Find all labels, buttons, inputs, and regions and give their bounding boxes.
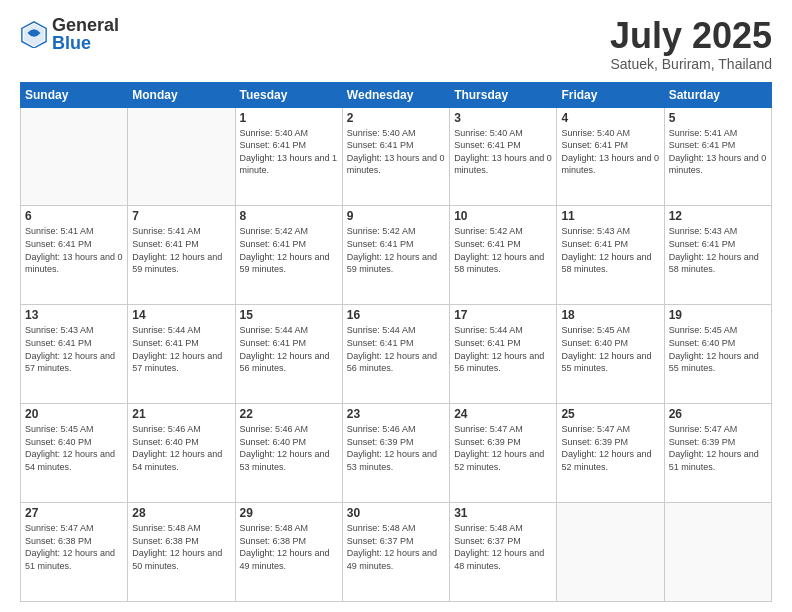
day-number: 8: [240, 209, 338, 223]
day-info: Sunrise: 5:41 AM Sunset: 6:41 PM Dayligh…: [25, 225, 123, 275]
day-info: Sunrise: 5:41 AM Sunset: 6:41 PM Dayligh…: [132, 225, 230, 275]
title-block: July 2025 Satuek, Buriram, Thailand: [610, 16, 772, 72]
day-info: Sunrise: 5:45 AM Sunset: 6:40 PM Dayligh…: [561, 324, 659, 374]
day-info: Sunrise: 5:42 AM Sunset: 6:41 PM Dayligh…: [347, 225, 445, 275]
day-info: Sunrise: 5:48 AM Sunset: 6:37 PM Dayligh…: [347, 522, 445, 572]
day-info: Sunrise: 5:45 AM Sunset: 6:40 PM Dayligh…: [25, 423, 123, 473]
calendar-cell: [557, 503, 664, 602]
day-number: 11: [561, 209, 659, 223]
day-number: 3: [454, 111, 552, 125]
calendar-cell: 12Sunrise: 5:43 AM Sunset: 6:41 PM Dayli…: [664, 206, 771, 305]
day-info: Sunrise: 5:46 AM Sunset: 6:39 PM Dayligh…: [347, 423, 445, 473]
day-number: 24: [454, 407, 552, 421]
day-info: Sunrise: 5:42 AM Sunset: 6:41 PM Dayligh…: [454, 225, 552, 275]
logo-general-text: General: [52, 16, 119, 34]
calendar-cell: 23Sunrise: 5:46 AM Sunset: 6:39 PM Dayli…: [342, 404, 449, 503]
day-info: Sunrise: 5:48 AM Sunset: 6:38 PM Dayligh…: [240, 522, 338, 572]
calendar-table: SundayMondayTuesdayWednesdayThursdayFrid…: [20, 82, 772, 602]
day-info: Sunrise: 5:47 AM Sunset: 6:39 PM Dayligh…: [669, 423, 767, 473]
calendar-cell: 18Sunrise: 5:45 AM Sunset: 6:40 PM Dayli…: [557, 305, 664, 404]
day-info: Sunrise: 5:47 AM Sunset: 6:38 PM Dayligh…: [25, 522, 123, 572]
calendar-cell: 29Sunrise: 5:48 AM Sunset: 6:38 PM Dayli…: [235, 503, 342, 602]
day-info: Sunrise: 5:47 AM Sunset: 6:39 PM Dayligh…: [454, 423, 552, 473]
calendar-header-row: SundayMondayTuesdayWednesdayThursdayFrid…: [21, 82, 772, 107]
day-info: Sunrise: 5:48 AM Sunset: 6:37 PM Dayligh…: [454, 522, 552, 572]
day-number: 31: [454, 506, 552, 520]
day-number: 9: [347, 209, 445, 223]
day-info: Sunrise: 5:40 AM Sunset: 6:41 PM Dayligh…: [347, 127, 445, 177]
day-number: 2: [347, 111, 445, 125]
calendar-cell: 5Sunrise: 5:41 AM Sunset: 6:41 PM Daylig…: [664, 107, 771, 206]
calendar-cell: 3Sunrise: 5:40 AM Sunset: 6:41 PM Daylig…: [450, 107, 557, 206]
day-info: Sunrise: 5:41 AM Sunset: 6:41 PM Dayligh…: [669, 127, 767, 177]
day-info: Sunrise: 5:44 AM Sunset: 6:41 PM Dayligh…: [454, 324, 552, 374]
calendar-cell: 31Sunrise: 5:48 AM Sunset: 6:37 PM Dayli…: [450, 503, 557, 602]
day-number: 30: [347, 506, 445, 520]
calendar-cell: [21, 107, 128, 206]
day-number: 15: [240, 308, 338, 322]
calendar-cell: 28Sunrise: 5:48 AM Sunset: 6:38 PM Dayli…: [128, 503, 235, 602]
day-info: Sunrise: 5:44 AM Sunset: 6:41 PM Dayligh…: [132, 324, 230, 374]
day-info: Sunrise: 5:47 AM Sunset: 6:39 PM Dayligh…: [561, 423, 659, 473]
calendar-cell: 26Sunrise: 5:47 AM Sunset: 6:39 PM Dayli…: [664, 404, 771, 503]
calendar-cell: 10Sunrise: 5:42 AM Sunset: 6:41 PM Dayli…: [450, 206, 557, 305]
calendar-week-row: 6Sunrise: 5:41 AM Sunset: 6:41 PM Daylig…: [21, 206, 772, 305]
calendar-cell: 27Sunrise: 5:47 AM Sunset: 6:38 PM Dayli…: [21, 503, 128, 602]
calendar-cell: 24Sunrise: 5:47 AM Sunset: 6:39 PM Dayli…: [450, 404, 557, 503]
day-info: Sunrise: 5:40 AM Sunset: 6:41 PM Dayligh…: [454, 127, 552, 177]
day-info: Sunrise: 5:42 AM Sunset: 6:41 PM Dayligh…: [240, 225, 338, 275]
calendar-cell: 15Sunrise: 5:44 AM Sunset: 6:41 PM Dayli…: [235, 305, 342, 404]
calendar-header-saturday: Saturday: [664, 82, 771, 107]
calendar-cell: 8Sunrise: 5:42 AM Sunset: 6:41 PM Daylig…: [235, 206, 342, 305]
day-number: 7: [132, 209, 230, 223]
day-number: 6: [25, 209, 123, 223]
month-title: July 2025: [610, 16, 772, 56]
calendar-cell: 20Sunrise: 5:45 AM Sunset: 6:40 PM Dayli…: [21, 404, 128, 503]
day-number: 1: [240, 111, 338, 125]
calendar-cell: [664, 503, 771, 602]
day-info: Sunrise: 5:44 AM Sunset: 6:41 PM Dayligh…: [347, 324, 445, 374]
day-info: Sunrise: 5:46 AM Sunset: 6:40 PM Dayligh…: [132, 423, 230, 473]
day-info: Sunrise: 5:40 AM Sunset: 6:41 PM Dayligh…: [561, 127, 659, 177]
day-number: 12: [669, 209, 767, 223]
day-number: 26: [669, 407, 767, 421]
day-number: 27: [25, 506, 123, 520]
day-number: 28: [132, 506, 230, 520]
day-info: Sunrise: 5:48 AM Sunset: 6:38 PM Dayligh…: [132, 522, 230, 572]
header: General Blue July 2025 Satuek, Buriram, …: [20, 16, 772, 72]
day-number: 13: [25, 308, 123, 322]
day-number: 14: [132, 308, 230, 322]
calendar-header-monday: Monday: [128, 82, 235, 107]
calendar-header-wednesday: Wednesday: [342, 82, 449, 107]
calendar-cell: 1Sunrise: 5:40 AM Sunset: 6:41 PM Daylig…: [235, 107, 342, 206]
calendar-cell: 11Sunrise: 5:43 AM Sunset: 6:41 PM Dayli…: [557, 206, 664, 305]
day-number: 16: [347, 308, 445, 322]
calendar-week-row: 13Sunrise: 5:43 AM Sunset: 6:41 PM Dayli…: [21, 305, 772, 404]
day-info: Sunrise: 5:43 AM Sunset: 6:41 PM Dayligh…: [25, 324, 123, 374]
calendar-cell: 17Sunrise: 5:44 AM Sunset: 6:41 PM Dayli…: [450, 305, 557, 404]
logo: General Blue: [20, 16, 119, 52]
day-number: 20: [25, 407, 123, 421]
day-info: Sunrise: 5:44 AM Sunset: 6:41 PM Dayligh…: [240, 324, 338, 374]
day-number: 22: [240, 407, 338, 421]
logo-icon: [20, 20, 48, 48]
day-number: 18: [561, 308, 659, 322]
calendar-cell: 13Sunrise: 5:43 AM Sunset: 6:41 PM Dayli…: [21, 305, 128, 404]
day-number: 25: [561, 407, 659, 421]
day-info: Sunrise: 5:43 AM Sunset: 6:41 PM Dayligh…: [561, 225, 659, 275]
calendar-cell: 21Sunrise: 5:46 AM Sunset: 6:40 PM Dayli…: [128, 404, 235, 503]
day-number: 5: [669, 111, 767, 125]
day-number: 4: [561, 111, 659, 125]
day-number: 21: [132, 407, 230, 421]
calendar-header-sunday: Sunday: [21, 82, 128, 107]
page: General Blue July 2025 Satuek, Buriram, …: [0, 0, 792, 612]
day-number: 19: [669, 308, 767, 322]
calendar-cell: 4Sunrise: 5:40 AM Sunset: 6:41 PM Daylig…: [557, 107, 664, 206]
day-info: Sunrise: 5:46 AM Sunset: 6:40 PM Dayligh…: [240, 423, 338, 473]
calendar-cell: 22Sunrise: 5:46 AM Sunset: 6:40 PM Dayli…: [235, 404, 342, 503]
calendar-cell: 25Sunrise: 5:47 AM Sunset: 6:39 PM Dayli…: [557, 404, 664, 503]
day-info: Sunrise: 5:43 AM Sunset: 6:41 PM Dayligh…: [669, 225, 767, 275]
location: Satuek, Buriram, Thailand: [610, 56, 772, 72]
day-number: 29: [240, 506, 338, 520]
calendar-cell: 2Sunrise: 5:40 AM Sunset: 6:41 PM Daylig…: [342, 107, 449, 206]
